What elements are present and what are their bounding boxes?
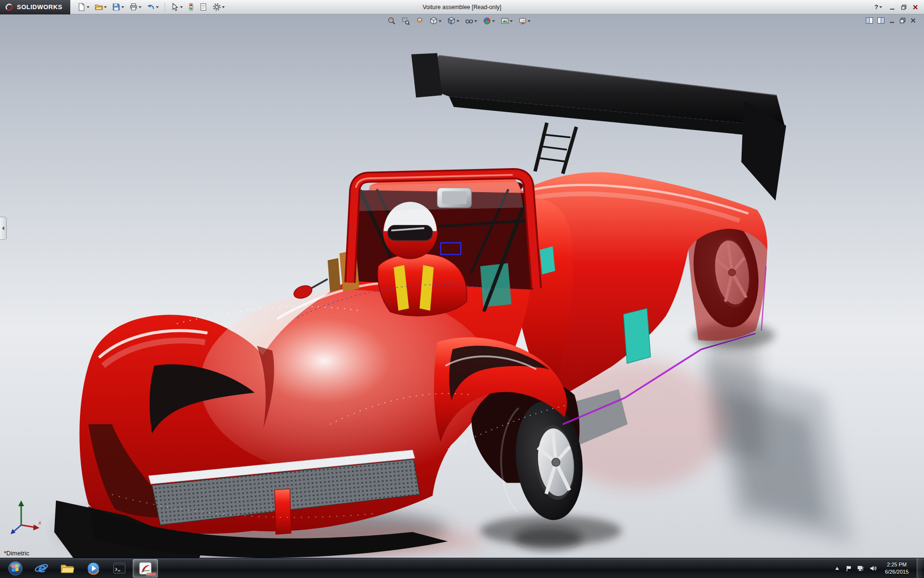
media-player-button[interactable] (81, 559, 106, 578)
start-button[interactable] (3, 559, 28, 578)
minimize-button[interactable] (889, 4, 895, 10)
internet-explorer-icon: e (34, 561, 49, 576)
system-tray: 2:25 PM 6/26/2015 (834, 558, 924, 578)
save-button[interactable] (111, 2, 126, 12)
restore-button[interactable] (901, 4, 907, 10)
start-orb-icon (8, 561, 23, 576)
triad-x-label: x (38, 520, 41, 525)
solidworks-taskbar-button[interactable]: 2015 (133, 559, 158, 578)
window-controls: ? (873, 2, 924, 12)
tray-date: 6/26/2015 (885, 568, 909, 575)
show-desktop-button[interactable] (917, 558, 923, 578)
dassault-3ds-logo (5, 3, 13, 12)
zoom-to-fit-button[interactable] (387, 16, 397, 26)
apply-scene-button[interactable] (500, 16, 513, 26)
open-folder-icon (95, 3, 103, 11)
help-icon: ? (874, 3, 878, 11)
wing-struts (535, 123, 577, 174)
triad-y-arrow (18, 500, 24, 506)
document-window-controls (866, 17, 916, 24)
chevron-left-icon (2, 226, 4, 230)
pane-right-icon[interactable] (877, 17, 885, 24)
doc-restore-icon[interactable] (899, 17, 906, 24)
solidworks-app-window: SOLIDWORKS (0, 0, 924, 578)
car-model-render (0, 14, 924, 558)
undo-button[interactable] (145, 2, 160, 12)
toolbar-separator (165, 3, 165, 12)
close-button[interactable] (912, 4, 918, 10)
view-orientation-label: *Dimetric (4, 550, 29, 557)
reference-triad: x (7, 497, 44, 536)
apply-scene-icon (501, 17, 509, 25)
solidworks-brand: SOLIDWORKS (0, 0, 70, 14)
command-prompt-icon (112, 562, 127, 575)
edit-appearance-button[interactable] (483, 16, 496, 26)
folder-icon (60, 562, 75, 575)
save-floppy-icon (112, 3, 120, 11)
display-style-icon (448, 17, 456, 25)
print-button[interactable] (128, 2, 143, 12)
display-style-button[interactable] (447, 16, 460, 26)
view-settings-icon (519, 17, 527, 25)
select-cursor-icon (171, 3, 179, 11)
triad-z-arrow (11, 529, 15, 534)
pane-left-icon[interactable] (866, 17, 873, 24)
rebuild-button[interactable] (187, 2, 195, 12)
internet-explorer-button[interactable]: e (29, 559, 54, 578)
command-prompt-button[interactable] (107, 559, 132, 578)
print-icon (129, 3, 138, 11)
view-settings-button[interactable] (518, 16, 531, 26)
hide-show-items-button[interactable] (465, 16, 478, 26)
section-view-icon (416, 17, 424, 25)
new-document-icon (77, 3, 86, 11)
standard-toolbar (70, 2, 226, 12)
file-properties-button[interactable] (198, 2, 209, 12)
tray-clock[interactable]: 2:25 PM 6/26/2015 (882, 561, 911, 575)
feature-tree-flyout-tab[interactable] (0, 217, 7, 240)
doc-close-icon[interactable] (910, 17, 916, 24)
graphics-viewport[interactable]: x *Dimetric (0, 14, 924, 558)
media-player-icon (86, 561, 101, 576)
undo-icon (147, 3, 155, 11)
headsup-view-toolbar (387, 16, 531, 26)
select-button[interactable] (169, 2, 184, 12)
section-view-button[interactable] (415, 16, 424, 26)
windows-taskbar: e (0, 558, 924, 578)
windows-explorer-button[interactable] (55, 559, 80, 578)
rebuild-traffic-light-icon (188, 3, 194, 11)
zoom-to-area-icon (402, 17, 410, 25)
options-button[interactable] (211, 2, 226, 12)
open-button[interactable] (93, 2, 108, 12)
solidworks-version-badge: 2015 (146, 572, 156, 577)
view-orientation-cube-icon (430, 17, 438, 25)
zoom-to-fit-icon (388, 17, 396, 25)
edit-appearance-ball-icon (483, 17, 491, 25)
file-properties-icon (199, 3, 207, 11)
seat (480, 263, 512, 307)
volume-icon[interactable] (870, 565, 877, 572)
action-center-flag-icon[interactable] (846, 565, 852, 572)
brand-label: SOLIDWORKS (17, 3, 63, 11)
hidden-icons-chevron[interactable] (834, 565, 840, 571)
help-button[interactable]: ? (873, 2, 884, 12)
new-document-button[interactable] (76, 2, 91, 12)
doc-minimize-icon[interactable] (889, 17, 895, 24)
titlebar: SOLIDWORKS (0, 0, 924, 14)
hide-show-glasses-icon (465, 17, 474, 25)
view-orientation-button[interactable] (429, 16, 442, 26)
network-icon[interactable] (857, 565, 864, 571)
zoom-to-area-button[interactable] (401, 16, 411, 26)
tray-time: 2:25 PM (885, 561, 909, 568)
options-gear-icon (213, 3, 221, 11)
front-wheel (472, 379, 589, 523)
